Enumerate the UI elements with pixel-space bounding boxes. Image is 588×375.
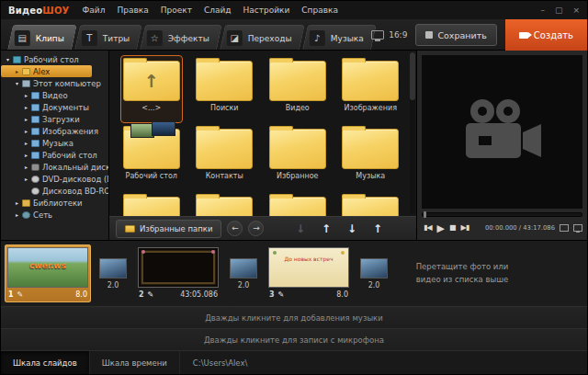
- tree-item-videos[interactable]: ▸Видео: [1, 89, 108, 101]
- tree-item-alex[interactable]: ▸Alex: [1, 65, 92, 77]
- tree-item-desktop-folder[interactable]: ▸Рабочий стол: [1, 149, 108, 161]
- save-button[interactable]: Сохранить: [415, 24, 496, 46]
- create-button[interactable]: Создать: [505, 19, 587, 51]
- tree-item-label: Дисковод BD-ROM: [42, 187, 108, 196]
- tree-item-network[interactable]: ▸Сеть: [1, 209, 108, 221]
- timeline-slide-3[interactable]: До новых встреч 3 ✎ 8.0: [266, 244, 352, 302]
- forward-button[interactable]: →: [248, 221, 264, 236]
- folder-item[interactable]: [120, 191, 183, 216]
- stop-button[interactable]: ■: [447, 224, 458, 232]
- tab-clips[interactable]: ▤Клипы: [7, 25, 77, 50]
- close-button[interactable]: ×: [572, 6, 580, 15]
- menu-settings[interactable]: Настройки: [243, 6, 290, 15]
- folder-icon: [196, 129, 253, 169]
- move-down-button[interactable]: ↓: [290, 222, 311, 235]
- microphone-track[interactable]: Дважды кликните для записи с микрофона: [1, 328, 587, 350]
- user-folder-icon: [22, 68, 30, 75]
- folder-icon: [31, 92, 40, 99]
- folder-up[interactable]: ↑ <...>: [120, 55, 183, 123]
- menu-slide[interactable]: Слайд: [204, 6, 232, 15]
- menu-project[interactable]: Проект: [161, 6, 192, 15]
- folder-contacts[interactable]: Контакты: [194, 123, 256, 191]
- folder-favorites[interactable]: Избранное: [266, 123, 329, 191]
- tree-item-dvd-drive[interactable]: ▸DVD-дисковод (D:): [1, 173, 108, 185]
- expand-arrow-icon[interactable]: ▾: [13, 80, 21, 86]
- slide-number: 3: [269, 290, 275, 299]
- transition-1[interactable]: 2.0: [97, 244, 129, 302]
- menu-help[interactable]: Справка: [301, 6, 338, 15]
- edit-slide-icon[interactable]: ✎: [17, 291, 24, 299]
- timeline-slide-1[interactable]: cwer.ws 1 ✎ 8.0: [5, 244, 91, 302]
- expand-arrow-icon[interactable]: ▸: [22, 128, 30, 134]
- expand-arrow-icon[interactable]: ▸: [22, 140, 30, 146]
- maximize-button[interactable]: ▢: [555, 6, 563, 15]
- folder-music[interactable]: Музыка: [340, 123, 402, 191]
- fullscreen-icon[interactable]: [573, 224, 582, 232]
- folder-videos[interactable]: Видео: [266, 55, 329, 123]
- seek-bar[interactable]: [422, 212, 582, 217]
- expand-arrow-icon[interactable]: ▸: [13, 199, 21, 206]
- tree-item-pictures[interactable]: ▸Изображения: [1, 125, 108, 137]
- folder-searches[interactable]: Поиски: [194, 55, 256, 123]
- expand-arrow-icon[interactable]: ▸: [22, 152, 30, 158]
- expand-arrow-icon[interactable]: ▸: [13, 68, 21, 74]
- tree-item-bdrom-drive[interactable]: Дисковод BD-ROM: [1, 185, 108, 197]
- expand-arrow-icon[interactable]: ▸: [22, 116, 30, 122]
- tree-item-local-disk-c[interactable]: ▸Локальный диск (C:): [1, 161, 108, 173]
- transition-2[interactable]: 2.0: [228, 244, 259, 302]
- playback-controls: ▮◀ ▶ ■ ▶▮ 00:00.000 / 43:17.086: [422, 221, 582, 235]
- scrollbar[interactable]: [410, 52, 415, 214]
- move-up-button[interactable]: ↑: [316, 222, 336, 235]
- expand-arrow-icon[interactable]: ▾: [4, 56, 12, 62]
- next-slide-button[interactable]: ▶▮: [459, 224, 471, 232]
- menu-file[interactable]: Файл: [83, 6, 106, 15]
- tree-item-this-pc[interactable]: ▾Этот компьютер: [1, 77, 108, 89]
- back-button[interactable]: ←: [227, 221, 243, 236]
- transition-3[interactable]: 2.0: [358, 244, 390, 302]
- tree-item-music[interactable]: ▸Музыка: [1, 137, 108, 149]
- expand-arrow-icon[interactable]: ▸: [22, 176, 30, 182]
- folder-desktop[interactable]: Рабочий стол: [120, 123, 183, 191]
- play-button[interactable]: ▶: [435, 223, 446, 233]
- add-all-button[interactable]: ↑: [368, 222, 388, 235]
- menu-edit[interactable]: Правка: [117, 6, 148, 15]
- video-preview[interactable]: [422, 55, 582, 209]
- music-track[interactable]: Дважды кликните для добавления музыки: [1, 306, 587, 328]
- tab-slide-scale[interactable]: Шкала слайдов: [1, 351, 90, 374]
- aspect-ratio-icon: [371, 30, 384, 40]
- slide-duration: 43:05.086: [180, 290, 218, 299]
- tree-item-label: Видео: [42, 91, 68, 100]
- tab-effects[interactable]: ☆Эффекты: [141, 25, 223, 50]
- expand-arrow-icon[interactable]: ▸: [22, 164, 30, 170]
- expand-arrow-icon[interactable]: ▸: [13, 211, 21, 218]
- tree-item-libraries[interactable]: ▸Библиотеки: [1, 197, 108, 209]
- tree-item-downloads[interactable]: ▸Загрузки: [1, 113, 108, 125]
- minimize-button[interactable]: –: [540, 6, 545, 15]
- expand-arrow-icon[interactable]: ▸: [22, 92, 30, 98]
- timeline-drop-hint: Перетащите фото или видео из списка выше: [411, 261, 514, 285]
- add-selected-button[interactable]: ↓: [342, 222, 362, 235]
- expand-arrow-icon[interactable]: ▸: [22, 104, 30, 110]
- edit-slide-icon[interactable]: ✎: [278, 291, 285, 299]
- seek-handle[interactable]: [424, 211, 426, 218]
- tab-titles[interactable]: TТитры: [74, 25, 142, 50]
- transition-thumbnail: [99, 258, 127, 278]
- titles-icon: T: [82, 30, 97, 46]
- tab-music[interactable]: ♪Музыка: [302, 25, 377, 50]
- folder-icon: [123, 197, 180, 216]
- tree-item-documents[interactable]: ▸Документы: [1, 101, 108, 113]
- folder-item[interactable]: [194, 191, 256, 216]
- folder-item[interactable]: [266, 191, 329, 216]
- scrollbar-thumb[interactable]: [410, 52, 415, 100]
- tree-item-desktop[interactable]: ▾Рабочий стол: [1, 53, 108, 65]
- fit-view-icon[interactable]: [560, 224, 569, 232]
- tab-time-scale[interactable]: Шкала времени: [90, 351, 180, 374]
- transitions-icon: ◪: [227, 30, 243, 46]
- tab-transitions[interactable]: ◪Переходы: [220, 25, 305, 50]
- timeline-slide-2[interactable]: 2 ✎ 43:05.086: [135, 244, 221, 302]
- edit-slide-icon[interactable]: ✎: [148, 291, 154, 299]
- folder-pictures[interactable]: Изображения: [340, 55, 402, 123]
- folder-item[interactable]: [340, 191, 402, 216]
- previous-slide-button[interactable]: ▮◀: [422, 224, 434, 232]
- favorite-folders-button[interactable]: Избранные папки: [116, 220, 221, 238]
